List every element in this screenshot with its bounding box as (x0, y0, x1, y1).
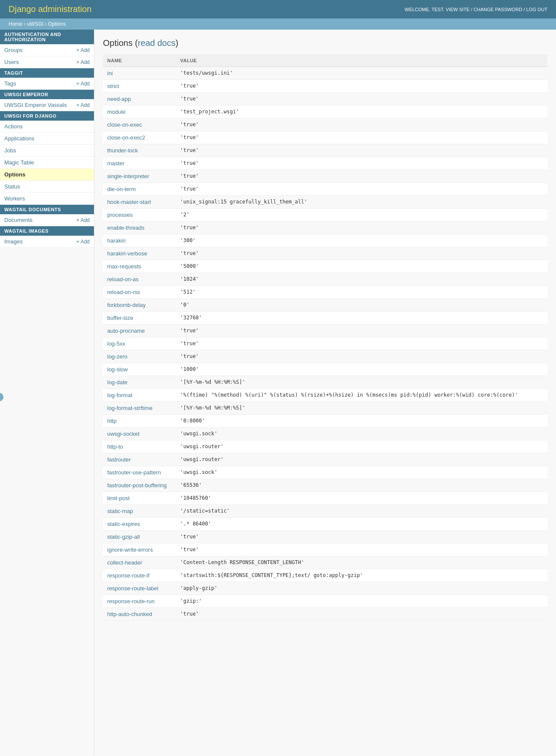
option-value-cell: 'unix_signal:15 gracefully_kill_them_all… (176, 196, 547, 209)
option-name-link[interactable]: collect-header (107, 559, 142, 566)
option-name-link[interactable]: fastrouter (107, 456, 131, 463)
sidebar-item-jobs[interactable]: Jobs (0, 145, 94, 157)
sidebar-link[interactable]: Images (4, 238, 23, 245)
view-site-link[interactable]: VIEW SITE (446, 7, 470, 12)
option-name-link[interactable]: fastrouter-post-buffering (107, 482, 167, 489)
option-name-link[interactable]: auto-procname (107, 328, 145, 334)
option-name-link[interactable]: enable-threads (107, 225, 145, 231)
option-name-link[interactable]: close-on-exec2 (107, 134, 145, 141)
option-name-link[interactable]: response-route-run (107, 598, 155, 604)
site-title[interactable]: Django administration (9, 4, 91, 14)
option-name-link[interactable]: single-interpreter (107, 173, 149, 179)
option-name-link[interactable]: response-route-if (107, 572, 149, 579)
option-name-link[interactable]: log-format (107, 392, 133, 398)
sidebar-add-link[interactable]: + Add (76, 102, 90, 108)
option-name-link[interactable]: buffer-size (107, 315, 133, 321)
table-row: http'0:8000' (103, 415, 547, 428)
option-name-cell: ini (103, 67, 176, 80)
sidebar-item-tags[interactable]: Tags+ Add (0, 78, 94, 90)
option-name-cell: ignore-write-errors (103, 543, 176, 556)
option-name-link[interactable]: log-slow (107, 366, 128, 373)
option-name-link[interactable]: ignore-write-errors (107, 547, 153, 553)
breadcrumb-parent[interactable]: uWSGI (27, 21, 44, 27)
option-name-link[interactable]: forkbomb-delay (107, 302, 146, 308)
option-name-link[interactable]: need-app (107, 96, 131, 102)
option-name-link[interactable]: max-requests (107, 263, 141, 270)
sidebar-item-magic-table[interactable]: Magic Table (0, 157, 94, 169)
option-name-link[interactable]: http-to (107, 443, 123, 450)
option-name-link[interactable]: limit-post (107, 495, 130, 501)
option-name-link[interactable]: log-5xx (107, 340, 125, 347)
read-docs-link[interactable]: read docs (138, 38, 175, 48)
option-name-link[interactable]: hook-master-start (107, 199, 151, 205)
option-name-link[interactable]: log-zero (107, 353, 127, 360)
option-name-link[interactable]: close-on-exec (107, 121, 142, 128)
sidebar-item-users[interactable]: Users+ Add (0, 56, 94, 68)
option-name-link[interactable]: static-expires (107, 521, 140, 527)
table-row: harakiri'300' (103, 234, 547, 247)
sidebar-collapse-toggle[interactable]: « (0, 393, 3, 401)
option-name-cell: strict (103, 80, 176, 93)
option-value-cell: 'true' (176, 93, 547, 106)
sidebar-add-link[interactable]: + Add (76, 59, 90, 65)
option-name-link[interactable]: response-route-label (107, 585, 158, 592)
sidebar-add-link[interactable]: + Add (76, 217, 90, 223)
sidebar-link[interactable]: Groups (4, 47, 23, 53)
sidebar-link[interactable]: UWSGI Emperor Vassals (4, 102, 67, 108)
option-name-cell: log-slow (103, 363, 176, 376)
sidebar-item-actions[interactable]: Actions (0, 121, 94, 133)
sidebar-link[interactable]: Magic Table (4, 159, 34, 166)
sidebar-item-groups[interactable]: Groups+ Add (0, 44, 94, 56)
option-name-link[interactable]: module (107, 109, 126, 115)
sidebar-item-applications[interactable]: Applications (0, 133, 94, 145)
table-row: close-on-exec'true' (103, 118, 547, 131)
option-name-link[interactable]: harakiri (107, 237, 126, 244)
table-row: log-5xx'true' (103, 337, 547, 350)
sidebar-link[interactable]: Actions (4, 123, 23, 130)
option-name-cell: collect-header (103, 556, 176, 569)
breadcrumb-home[interactable]: Home (9, 21, 22, 27)
table-row: log-slow'1000' (103, 363, 547, 376)
option-name-link[interactable]: log-format-strftime (107, 405, 152, 411)
sidebar-link[interactable]: Applications (4, 135, 34, 142)
option-name-link[interactable]: ini (107, 70, 113, 76)
option-name-link[interactable]: http (107, 418, 117, 424)
sidebar-link[interactable]: Status (4, 183, 20, 190)
option-value-cell: '0:8000' (176, 415, 547, 428)
option-name-link[interactable]: log-date (107, 379, 127, 386)
sidebar-link[interactable]: Workers (4, 195, 25, 202)
option-name-link[interactable]: static-gzip-all (107, 534, 140, 540)
option-name-link[interactable]: reload-on-as (107, 276, 139, 282)
option-name-link[interactable]: master (107, 160, 124, 167)
option-name-link[interactable]: uwsgi-socket (107, 431, 139, 437)
option-name-cell: close-on-exec2 (103, 131, 176, 144)
sidebar-item-options[interactable]: Options (0, 169, 94, 181)
sidebar-item-uwsgi-emperor-vassals[interactable]: UWSGI Emperor Vassals+ Add (0, 99, 94, 111)
sidebar-add-link[interactable]: + Add (76, 47, 90, 53)
option-name-link[interactable]: thunder-lock (107, 147, 138, 154)
option-name-link[interactable]: processes (107, 212, 133, 218)
sidebar-link[interactable]: Documents (4, 217, 33, 223)
option-name-link[interactable]: static-map (107, 508, 133, 514)
option-value-cell: '1024' (176, 273, 547, 286)
sidebar-link[interactable]: Users (4, 59, 19, 65)
option-name-link[interactable]: harakiri-verbose (107, 250, 147, 257)
option-name-link[interactable]: strict (107, 83, 119, 89)
option-name-link[interactable]: fastrouter-use-pattern (107, 469, 161, 476)
sidebar-link[interactable]: Tags (4, 80, 16, 87)
sidebar-add-link[interactable]: + Add (76, 239, 90, 245)
sidebar-item-workers[interactable]: Workers (0, 193, 94, 205)
sidebar-item-status[interactable]: Status (0, 181, 94, 193)
sidebar-item-documents[interactable]: Documents+ Add (0, 214, 94, 226)
sidebar-link[interactable]: Jobs (4, 147, 16, 154)
sidebar-link[interactable]: Options (4, 171, 25, 178)
option-name-link[interactable]: http-auto-chunked (107, 611, 152, 617)
sidebar-item-images[interactable]: Images+ Add (0, 236, 94, 248)
sidebar-add-link[interactable]: + Add (76, 81, 90, 87)
option-name-link[interactable]: die-on-term (107, 186, 136, 192)
logout-link[interactable]: LOG OUT (526, 7, 547, 12)
site-title-link[interactable]: Django administration (9, 4, 91, 14)
sidebar-section-header-wagtail_images: WAGTAIL IMAGES (0, 226, 94, 236)
option-name-link[interactable]: reload-on-rss (107, 289, 140, 295)
change-password-link[interactable]: CHANGE PASSWORD (474, 7, 522, 12)
